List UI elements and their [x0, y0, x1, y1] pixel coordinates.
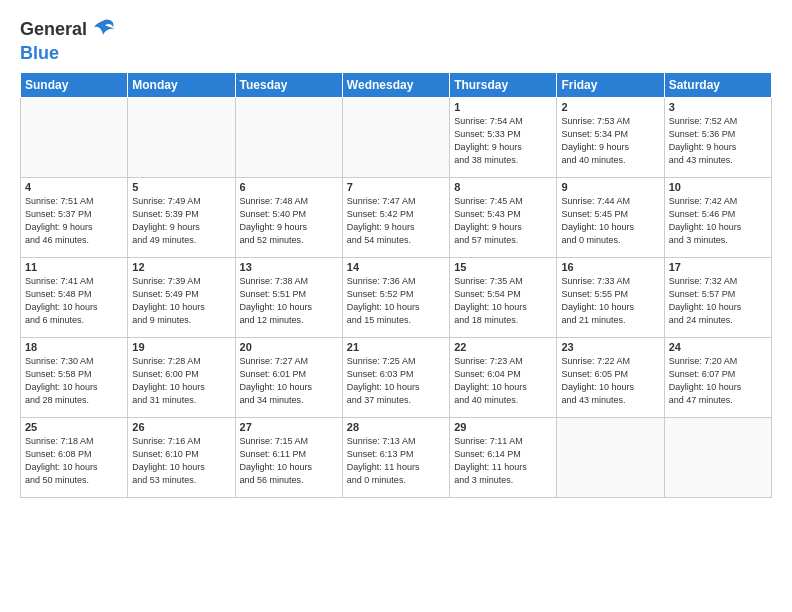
calendar-cell: 12Sunrise: 7:39 AM Sunset: 5:49 PM Dayli… — [128, 257, 235, 337]
day-info: Sunrise: 7:15 AM Sunset: 6:11 PM Dayligh… — [240, 435, 338, 487]
day-number: 2 — [561, 101, 659, 113]
day-info: Sunrise: 7:41 AM Sunset: 5:48 PM Dayligh… — [25, 275, 123, 327]
day-info: Sunrise: 7:28 AM Sunset: 6:00 PM Dayligh… — [132, 355, 230, 407]
day-number: 17 — [669, 261, 767, 273]
day-number: 1 — [454, 101, 552, 113]
day-info: Sunrise: 7:23 AM Sunset: 6:04 PM Dayligh… — [454, 355, 552, 407]
calendar-cell: 28Sunrise: 7:13 AM Sunset: 6:13 PM Dayli… — [342, 417, 449, 497]
day-number: 21 — [347, 341, 445, 353]
page: General Blue SundayMondayTuesdayWednesda… — [0, 0, 792, 508]
day-info: Sunrise: 7:36 AM Sunset: 5:52 PM Dayligh… — [347, 275, 445, 327]
calendar-cell: 29Sunrise: 7:11 AM Sunset: 6:14 PM Dayli… — [450, 417, 557, 497]
day-number: 8 — [454, 181, 552, 193]
header-row: SundayMondayTuesdayWednesdayThursdayFrid… — [21, 72, 772, 97]
calendar-cell: 17Sunrise: 7:32 AM Sunset: 5:57 PM Dayli… — [664, 257, 771, 337]
calendar-cell: 22Sunrise: 7:23 AM Sunset: 6:04 PM Dayli… — [450, 337, 557, 417]
calendar-cell: 8Sunrise: 7:45 AM Sunset: 5:43 PM Daylig… — [450, 177, 557, 257]
calendar-cell: 15Sunrise: 7:35 AM Sunset: 5:54 PM Dayli… — [450, 257, 557, 337]
day-info: Sunrise: 7:25 AM Sunset: 6:03 PM Dayligh… — [347, 355, 445, 407]
calendar-cell: 16Sunrise: 7:33 AM Sunset: 5:55 PM Dayli… — [557, 257, 664, 337]
calendar-cell: 27Sunrise: 7:15 AM Sunset: 6:11 PM Dayli… — [235, 417, 342, 497]
logo: General Blue — [20, 16, 117, 64]
day-number: 14 — [347, 261, 445, 273]
calendar-cell: 1Sunrise: 7:54 AM Sunset: 5:33 PM Daylig… — [450, 97, 557, 177]
week-row-1: 1Sunrise: 7:54 AM Sunset: 5:33 PM Daylig… — [21, 97, 772, 177]
calendar-cell: 25Sunrise: 7:18 AM Sunset: 6:08 PM Dayli… — [21, 417, 128, 497]
day-number: 22 — [454, 341, 552, 353]
day-number: 13 — [240, 261, 338, 273]
header-friday: Friday — [557, 72, 664, 97]
week-row-4: 18Sunrise: 7:30 AM Sunset: 5:58 PM Dayli… — [21, 337, 772, 417]
day-info: Sunrise: 7:39 AM Sunset: 5:49 PM Dayligh… — [132, 275, 230, 327]
day-info: Sunrise: 7:30 AM Sunset: 5:58 PM Dayligh… — [25, 355, 123, 407]
day-info: Sunrise: 7:47 AM Sunset: 5:42 PM Dayligh… — [347, 195, 445, 247]
day-info: Sunrise: 7:38 AM Sunset: 5:51 PM Dayligh… — [240, 275, 338, 327]
calendar-cell: 3Sunrise: 7:52 AM Sunset: 5:36 PM Daylig… — [664, 97, 771, 177]
calendar-cell: 19Sunrise: 7:28 AM Sunset: 6:00 PM Dayli… — [128, 337, 235, 417]
day-info: Sunrise: 7:20 AM Sunset: 6:07 PM Dayligh… — [669, 355, 767, 407]
calendar-cell — [128, 97, 235, 177]
calendar-cell — [235, 97, 342, 177]
day-number: 19 — [132, 341, 230, 353]
day-number: 27 — [240, 421, 338, 433]
calendar-cell: 6Sunrise: 7:48 AM Sunset: 5:40 PM Daylig… — [235, 177, 342, 257]
calendar-cell: 23Sunrise: 7:22 AM Sunset: 6:05 PM Dayli… — [557, 337, 664, 417]
calendar-cell: 26Sunrise: 7:16 AM Sunset: 6:10 PM Dayli… — [128, 417, 235, 497]
day-number: 23 — [561, 341, 659, 353]
calendar-cell: 14Sunrise: 7:36 AM Sunset: 5:52 PM Dayli… — [342, 257, 449, 337]
calendar-cell: 10Sunrise: 7:42 AM Sunset: 5:46 PM Dayli… — [664, 177, 771, 257]
day-number: 10 — [669, 181, 767, 193]
day-info: Sunrise: 7:35 AM Sunset: 5:54 PM Dayligh… — [454, 275, 552, 327]
day-info: Sunrise: 7:13 AM Sunset: 6:13 PM Dayligh… — [347, 435, 445, 487]
header-saturday: Saturday — [664, 72, 771, 97]
day-info: Sunrise: 7:16 AM Sunset: 6:10 PM Dayligh… — [132, 435, 230, 487]
day-info: Sunrise: 7:48 AM Sunset: 5:40 PM Dayligh… — [240, 195, 338, 247]
week-row-5: 25Sunrise: 7:18 AM Sunset: 6:08 PM Dayli… — [21, 417, 772, 497]
calendar-cell: 4Sunrise: 7:51 AM Sunset: 5:37 PM Daylig… — [21, 177, 128, 257]
logo-general: General — [20, 20, 87, 40]
calendar-cell: 18Sunrise: 7:30 AM Sunset: 5:58 PM Dayli… — [21, 337, 128, 417]
day-number: 9 — [561, 181, 659, 193]
day-info: Sunrise: 7:18 AM Sunset: 6:08 PM Dayligh… — [25, 435, 123, 487]
day-number: 15 — [454, 261, 552, 273]
day-info: Sunrise: 7:53 AM Sunset: 5:34 PM Dayligh… — [561, 115, 659, 167]
day-number: 18 — [25, 341, 123, 353]
calendar-cell: 9Sunrise: 7:44 AM Sunset: 5:45 PM Daylig… — [557, 177, 664, 257]
day-info: Sunrise: 7:49 AM Sunset: 5:39 PM Dayligh… — [132, 195, 230, 247]
calendar-cell: 11Sunrise: 7:41 AM Sunset: 5:48 PM Dayli… — [21, 257, 128, 337]
day-number: 7 — [347, 181, 445, 193]
calendar-cell — [664, 417, 771, 497]
calendar-cell: 7Sunrise: 7:47 AM Sunset: 5:42 PM Daylig… — [342, 177, 449, 257]
week-row-3: 11Sunrise: 7:41 AM Sunset: 5:48 PM Dayli… — [21, 257, 772, 337]
header-thursday: Thursday — [450, 72, 557, 97]
day-number: 25 — [25, 421, 123, 433]
calendar-cell: 2Sunrise: 7:53 AM Sunset: 5:34 PM Daylig… — [557, 97, 664, 177]
logo-bird-icon — [89, 16, 117, 44]
header: General Blue — [20, 16, 772, 64]
calendar-cell: 5Sunrise: 7:49 AM Sunset: 5:39 PM Daylig… — [128, 177, 235, 257]
day-number: 4 — [25, 181, 123, 193]
day-info: Sunrise: 7:42 AM Sunset: 5:46 PM Dayligh… — [669, 195, 767, 247]
day-number: 5 — [132, 181, 230, 193]
day-info: Sunrise: 7:27 AM Sunset: 6:01 PM Dayligh… — [240, 355, 338, 407]
day-info: Sunrise: 7:22 AM Sunset: 6:05 PM Dayligh… — [561, 355, 659, 407]
day-number: 11 — [25, 261, 123, 273]
day-info: Sunrise: 7:45 AM Sunset: 5:43 PM Dayligh… — [454, 195, 552, 247]
logo-blue: Blue — [20, 44, 117, 64]
calendar-cell: 24Sunrise: 7:20 AM Sunset: 6:07 PM Dayli… — [664, 337, 771, 417]
day-info: Sunrise: 7:44 AM Sunset: 5:45 PM Dayligh… — [561, 195, 659, 247]
header-monday: Monday — [128, 72, 235, 97]
day-number: 12 — [132, 261, 230, 273]
calendar-cell — [342, 97, 449, 177]
week-row-2: 4Sunrise: 7:51 AM Sunset: 5:37 PM Daylig… — [21, 177, 772, 257]
day-number: 20 — [240, 341, 338, 353]
day-number: 3 — [669, 101, 767, 113]
header-tuesday: Tuesday — [235, 72, 342, 97]
day-info: Sunrise: 7:33 AM Sunset: 5:55 PM Dayligh… — [561, 275, 659, 327]
calendar-cell: 13Sunrise: 7:38 AM Sunset: 5:51 PM Dayli… — [235, 257, 342, 337]
calendar-cell — [557, 417, 664, 497]
calendar-cell — [21, 97, 128, 177]
day-number: 6 — [240, 181, 338, 193]
day-number: 26 — [132, 421, 230, 433]
day-info: Sunrise: 7:51 AM Sunset: 5:37 PM Dayligh… — [25, 195, 123, 247]
